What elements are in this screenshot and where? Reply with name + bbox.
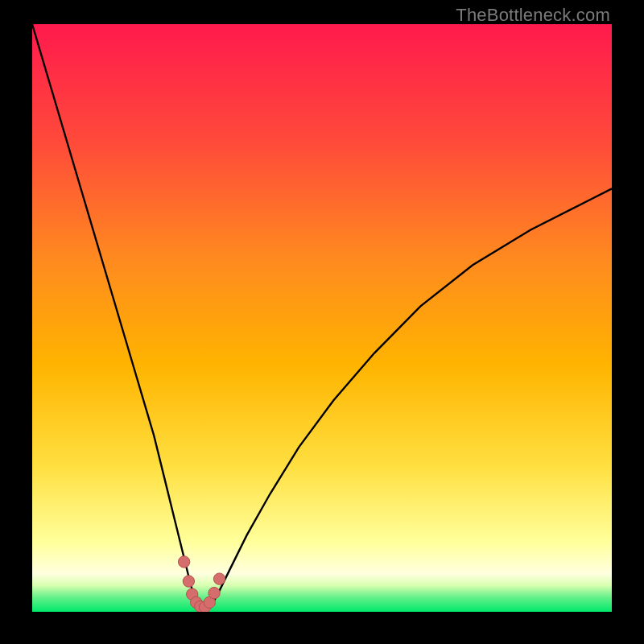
minimum-markers [178,556,225,612]
chart-frame: TheBottleneck.com [0,0,644,644]
curve-path [32,24,612,609]
minimum-marker [213,573,225,584]
minimum-marker [178,556,189,568]
plot-area [32,24,612,612]
bottleneck-curve [32,24,612,612]
minimum-marker [208,587,220,598]
watermark-text: TheBottleneck.com [456,5,610,26]
minimum-marker [183,576,194,587]
